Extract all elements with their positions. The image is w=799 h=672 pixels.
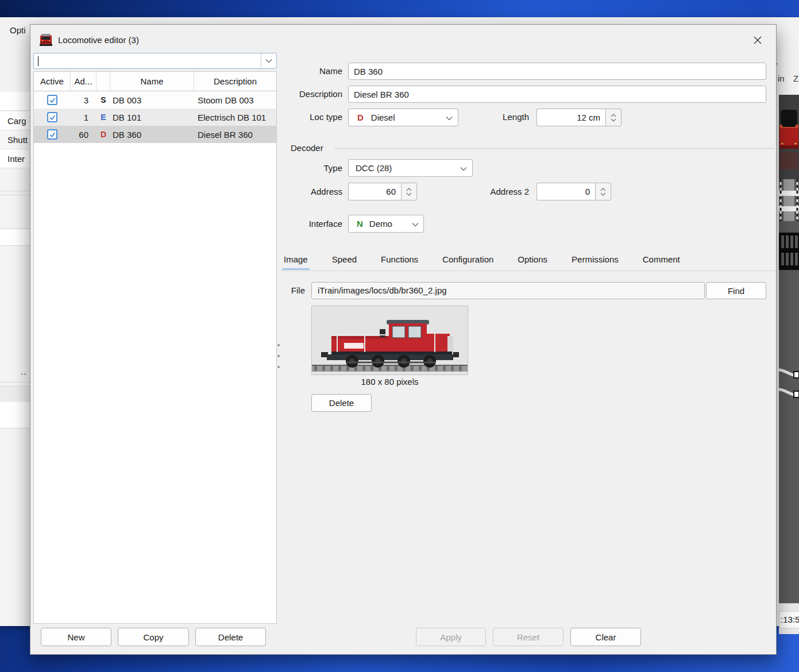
stepper-buttons[interactable] — [595, 183, 611, 200]
table-row[interactable]: 3 S DB 003 Stoom DB 003 — [34, 91, 276, 109]
table-row-selected[interactable]: 60 D DB 360 Diesel BR 360 — [34, 126, 276, 143]
background-left-panel: Carg Shutt Inter •• — [0, 17, 30, 626]
active-checkbox[interactable] — [47, 129, 57, 140]
chevron-down-icon — [460, 163, 467, 173]
address-stepper: 60 — [348, 183, 417, 200]
description-label: Description — [272, 86, 342, 103]
background-left-divider — [0, 92, 30, 111]
background-right-sidebar — [779, 95, 799, 603]
tab-speed[interactable]: Speed — [330, 250, 358, 270]
interface-select[interactable]: N Demo — [348, 215, 424, 233]
cell-name: DB 003 — [110, 95, 194, 105]
locomotive-editor-dialog: Locomotive editor (3) Active Ad... Name … — [30, 24, 777, 655]
dialog-title: Locomotive editor (3) — [58, 35, 139, 45]
stepper-buttons[interactable] — [401, 183, 417, 200]
tab-permissions[interactable]: Permissions — [570, 250, 620, 270]
column-header-address[interactable]: Ad... — [71, 72, 97, 91]
name-field[interactable] — [348, 63, 766, 80]
status-clock: :13:5 — [779, 611, 799, 628]
locomotive-search-combo — [33, 53, 277, 69]
cell-address: 60 — [71, 130, 97, 140]
delete-button[interactable]: Delete — [195, 628, 266, 646]
tab-image[interactable]: Image — [282, 250, 310, 270]
cell-description: Stoom DB 003 — [194, 95, 276, 105]
loc-type-letter: D — [357, 113, 364, 122]
delete-image-button[interactable]: Delete — [311, 394, 372, 412]
platform-tile[interactable] — [779, 233, 799, 270]
address2-label: Address 2 — [433, 183, 529, 200]
loc-type-label: Loc type — [272, 109, 342, 126]
column-header-description[interactable]: Description — [194, 72, 276, 91]
cell-address: 1 — [71, 113, 97, 122]
column-header-type[interactable] — [97, 72, 110, 91]
reset-button: Reset — [493, 628, 563, 646]
cell-description: Diesel BR 360 — [194, 130, 276, 140]
background-list-item-inter[interactable]: Inter — [0, 149, 30, 168]
background-left-rows: •• — [0, 168, 30, 626]
decoder-group-label: Decoder — [291, 142, 323, 154]
chevron-down-icon — [412, 219, 419, 229]
table-header-row: Active Ad... Name Description — [34, 72, 276, 91]
address2-value[interactable]: 0 — [536, 183, 595, 200]
cell-name: DB 360 — [110, 130, 194, 140]
background-list-item-cargo[interactable]: Carg — [0, 111, 30, 130]
decoder-type-label: Type — [272, 159, 342, 177]
cell-description: Electrisch DB 101 — [194, 113, 276, 122]
stepper-buttons[interactable] — [605, 109, 622, 126]
track-curve-tiles[interactable] — [779, 362, 799, 411]
cell-type-letter: D — [97, 130, 110, 139]
tab-options[interactable]: Options — [516, 250, 549, 270]
length-value[interactable]: 12 cm — [536, 109, 605, 126]
address-value[interactable]: 60 — [348, 183, 401, 200]
drag-dots-icon: •• — [21, 370, 29, 377]
track-crossing-tile[interactable] — [779, 179, 799, 221]
tab-functions[interactable]: Functions — [379, 250, 420, 270]
cell-address: 3 — [71, 95, 97, 105]
background-list-item-shuttle[interactable]: Shutt — [0, 130, 30, 149]
tab-configuration[interactable]: Configuration — [441, 250, 495, 270]
locomotive-image-preview — [311, 306, 468, 375]
find-button[interactable]: Find — [706, 282, 766, 299]
decoder-type-select[interactable]: DCC (28) — [348, 159, 473, 177]
column-header-name[interactable]: Name — [110, 72, 194, 91]
interface-letter: N — [357, 219, 363, 229]
locomotive-icon — [38, 32, 53, 47]
name-label: Name — [272, 63, 342, 80]
image-size-caption: 180 x 80 pixels — [311, 377, 468, 387]
decoder-group-line — [334, 148, 774, 149]
locomotive-image — [312, 306, 468, 374]
background-toolbar-text-2: Z — [793, 74, 798, 83]
description-field[interactable] — [348, 86, 766, 103]
editor-tabs: Image Speed Functions Configuration Opti… — [282, 250, 682, 270]
panel-splitter-handle[interactable] — [277, 344, 280, 368]
new-button[interactable]: New — [41, 628, 111, 646]
background-status-bar: :13:5 — [779, 603, 799, 634]
locomotive-table: Active Ad... Name Description 3 S DB 003… — [33, 71, 277, 624]
table-row[interactable]: 1 E DB 101 Electrisch DB 101 — [34, 109, 276, 126]
length-stepper: 12 cm — [536, 109, 622, 126]
cell-type-letter: S — [97, 95, 110, 105]
cell-name: DB 101 — [110, 113, 194, 122]
column-header-active[interactable]: Active — [34, 72, 71, 91]
apply-button: Apply — [416, 628, 486, 646]
clear-button[interactable]: Clear — [570, 628, 641, 646]
decoder-type-value: DCC (28) — [356, 163, 392, 173]
tab-comment[interactable]: Comment — [641, 250, 682, 270]
file-label: File — [234, 282, 305, 299]
interface-label: Interface — [272, 215, 342, 233]
locomotive-photo-thumbnail — [779, 95, 799, 179]
file-path-field[interactable]: iTrain/images/locs/db/br360_2.jpg — [311, 282, 705, 299]
close-icon[interactable] — [750, 32, 766, 48]
copy-button[interactable]: Copy — [118, 628, 189, 646]
text-caret — [38, 56, 38, 66]
background-toolbar-text-1: in — [778, 74, 785, 83]
address2-stepper: 0 — [536, 183, 611, 200]
search-input[interactable] — [34, 53, 261, 68]
length-label: Length — [433, 109, 529, 126]
cell-type-letter: E — [97, 113, 110, 122]
interface-value: Demo — [369, 219, 392, 229]
tabs-divider — [281, 271, 776, 271]
active-checkbox[interactable] — [47, 112, 57, 122]
address-label: Address — [272, 183, 342, 200]
active-checkbox[interactable] — [47, 95, 57, 105]
